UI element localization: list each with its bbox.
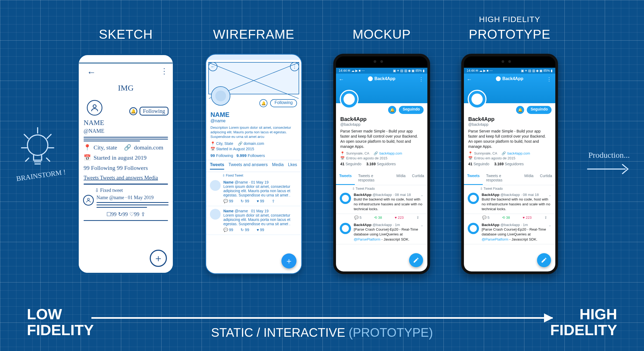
tabs-row[interactable]: Tweets Tweets and answers Media Lkes [206, 160, 301, 172]
retweet-icon: ⟲ 38 [502, 216, 510, 220]
profile-handle: @name [210, 119, 297, 123]
compose-fab[interactable] [537, 253, 551, 267]
tabs-row[interactable]: Tweets Tweets e respostas Mídia Curtida [464, 171, 555, 185]
more-icon[interactable]: ⋮ [547, 76, 552, 82]
meta-started: 📅 Started in August 2015 [210, 147, 297, 151]
meta-location: 📍Sunnyvale, CA 🔗back4app.com [468, 151, 551, 155]
svg-point-1 [93, 105, 96, 108]
tweet-actions[interactable]: 💬 99 ↻ 99 ♥ 99 [223, 226, 298, 232]
bell-icon[interactable]: 🔔 [259, 99, 267, 107]
profile-name: Back4App [340, 116, 423, 122]
reply-icon: 💬 5 [354, 216, 362, 220]
pinned-label: ⇩ Tweet Fixado [464, 185, 555, 191]
tweet-avatar [340, 223, 351, 234]
profile-handle: @back4app [468, 122, 551, 127]
more-icon[interactable]: ⋮ [419, 76, 424, 82]
following-button[interactable]: Following [270, 99, 297, 107]
tweet-actions[interactable]: 💬 99 ↻ 99 ♥ 99 ⇪ [223, 197, 298, 203]
retweet-icon: ⟲ 38 [374, 216, 382, 220]
compose-fab[interactable]: ＋ [281, 253, 296, 268]
tab-media: Media [272, 162, 284, 170]
tweet-avatar [468, 193, 479, 204]
tweet-item[interactable]: Name @name · 01 May 19 Lorem ipsum dolor… [206, 177, 301, 206]
tab-likes: Curtida [409, 171, 427, 185]
following-button[interactable]: Following [139, 107, 169, 116]
meta-joined: 📅Entrou em agosto de 2015 [468, 156, 551, 160]
high-fidelity-label: HIGHFIDELITY [550, 306, 617, 338]
tabs-row[interactable]: Tweets Tweets e respostas Mídia Curtida [336, 171, 427, 185]
tweet-item[interactable]: Back4App @back4app · 1m⌄ [Parse Crash Co… [336, 221, 427, 244]
profile-bio: Description Lorem ipsum dolor sit amet, … [210, 126, 297, 139]
bell-icon[interactable]: 🔔 [388, 106, 396, 114]
link-icon: 🔗 [502, 151, 506, 155]
tweet-body: Lorem ipsum dolor sit amet, consectetur … [223, 184, 298, 197]
compose-fab[interactable] [409, 253, 423, 267]
avatar[interactable] [468, 90, 486, 109]
bell-icon[interactable]: 🔔 [516, 106, 524, 114]
svg-point-2 [87, 198, 89, 200]
profile-name: NAME [210, 111, 297, 119]
static-interactive-label: STATIC / INTERACTIVE (PROTOTYPE) [211, 325, 433, 340]
meta-row-1: 📍 City, State 🔗 domain.com [210, 141, 297, 146]
low-fidelity-label: LOWFIDELITY [27, 306, 94, 338]
follow-counts[interactable]: 41 Seguindo 3.169 Seguidores [340, 162, 423, 166]
fidelity-arrow [91, 317, 553, 319]
calendar-icon: 📅 [340, 156, 345, 160]
reply-icon: 💬 99 [223, 199, 233, 203]
share-icon: ⇪ [416, 216, 419, 220]
pin-icon: 📍 [210, 141, 215, 146]
tweet-avatar [210, 209, 221, 220]
tweet-actions[interactable]: ☐99 ↻99 ♡99 ⇪ [79, 209, 173, 219]
tweet-actions[interactable]: 💬 5 ⟲ 38 ♥ 223 ⇪ [336, 214, 427, 221]
meta-location: 📍City, state 🔗domain.com [79, 142, 173, 153]
back-icon[interactable]: ← [467, 76, 472, 83]
tweet-item[interactable]: Name @name 01 May 19 Lorem ipsum dolor s… [206, 206, 301, 235]
tab-likes: Curtida [537, 171, 555, 185]
link-icon: 🔗 [374, 151, 378, 155]
chevron-down-icon[interactable]: ⌄ [548, 223, 552, 227]
back-icon[interactable]: ← [83, 65, 100, 77]
avatar[interactable] [340, 90, 359, 109]
stage-title-sketch: SKETCH [75, 27, 177, 42]
back-icon[interactable]: ← [208, 62, 217, 71]
bell-icon[interactable]: 🔔 [129, 107, 137, 115]
banner-placeholder: IMG [79, 78, 173, 100]
compose-fab[interactable]: ＋ [150, 250, 167, 267]
more-icon[interactable]: ⋮ [290, 62, 299, 71]
chevron-down-icon[interactable]: ⌄ [420, 193, 424, 197]
tweet-header: Name @name · 01 May 2019 [96, 195, 169, 200]
like-icon: ♥ 223 [523, 216, 532, 220]
fixed-tweet-label: ⇩ Fixed tweet [79, 186, 173, 195]
following-button[interactable]: Seguindo [399, 106, 424, 114]
tweet-actions[interactable]: 💬 5 ⟲ 38 ♥ 223 ⇪ [464, 214, 555, 221]
profile-handle: @NAME [79, 126, 173, 136]
following-button[interactable]: Seguindo [527, 106, 552, 114]
tweet-body: Build the backend with no code, host wit… [354, 197, 424, 212]
tweet-item[interactable]: Back4App @back4app · 08 mai 18⌄ Build th… [336, 191, 427, 214]
tweet-item[interactable]: Back4App @back4app · 1m⌄ [Parse Crash Co… [464, 221, 555, 244]
stage-title-mockup: MOCKUP [331, 27, 433, 42]
share-icon: ⇪ [272, 199, 275, 203]
back-icon[interactable]: ← [339, 76, 344, 83]
tweet-body: Build the backend with no code, host wit… [482, 197, 552, 212]
tab-tweets: Tweets [336, 171, 355, 185]
follow-counts: 99 Following 9.999 Followers [210, 153, 297, 158]
like-icon: ♥ 223 [395, 216, 404, 220]
calendar-icon: 📅 [210, 147, 215, 151]
more-icon[interactable]: ⋮ [160, 67, 169, 76]
tab-likes: Lkes [288, 162, 297, 170]
tweet-avatar [83, 195, 94, 206]
tweet-item[interactable]: Back4App @back4app · 08 mai 18⌄ Build th… [464, 191, 555, 214]
follow-counts[interactable]: 41 Seguindo 3.169 Seguidores [468, 162, 551, 166]
tab-tweets: Tweets [464, 171, 483, 185]
pin-icon: 📍 [84, 144, 91, 151]
tab-tweets: Tweets [210, 162, 224, 170]
meta-started: 📅Started in august 2019 [79, 153, 173, 163]
tabs-row[interactable]: Tweets Tweets and answers Media [79, 173, 173, 182]
chevron-down-icon[interactable]: ⌄ [420, 223, 424, 227]
avatar [87, 100, 102, 116]
stage-title-proto-above: HIGH FIDELITY [459, 15, 561, 24]
chevron-down-icon[interactable]: ⌄ [548, 193, 552, 197]
tab-media: Mídia [393, 171, 409, 185]
svg-point-0 [27, 135, 48, 155]
